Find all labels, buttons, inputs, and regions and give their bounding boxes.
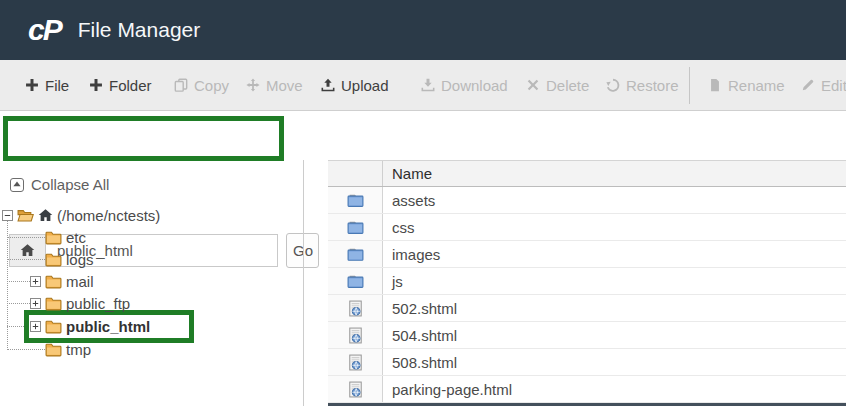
html-file-icon — [347, 300, 364, 317]
plus-icon — [89, 78, 103, 92]
file-name: assets — [392, 187, 435, 213]
restore-button-label: Restore — [626, 77, 679, 94]
path-navigation-bar: Go Home Up One Level Back Forward Reload… — [0, 111, 846, 160]
collapse-all-button[interactable]: Collapse All — [10, 176, 109, 193]
pencil-icon — [801, 78, 815, 92]
table-row-assets[interactable]: assets — [328, 187, 846, 214]
folder-icon — [45, 251, 62, 268]
tree-root-label: (/home/nctests) — [57, 207, 160, 224]
file-name: images — [392, 241, 440, 267]
file-type-cell — [328, 295, 383, 321]
folder-icon — [45, 229, 62, 246]
folder-button[interactable]: Folder — [89, 60, 152, 110]
folder-icon — [45, 318, 62, 335]
blue-folder-icon — [347, 246, 364, 263]
html-file-icon — [347, 327, 364, 344]
file-button[interactable]: File — [25, 60, 69, 110]
tree-connector — [7, 281, 30, 282]
table-row-css[interactable]: css — [328, 214, 846, 241]
file-name: 504.shtml — [392, 322, 457, 348]
file-type-cell — [328, 349, 383, 375]
tree-item-label: etc — [66, 229, 86, 246]
table-row-508[interactable]: 508.shtml — [328, 349, 846, 376]
tree-item-label: public_ftp — [66, 295, 130, 312]
upload-icon — [321, 78, 335, 92]
expand-plus-icon[interactable] — [30, 298, 41, 309]
expand-plus-icon[interactable] — [30, 321, 41, 332]
open-folder-icon — [17, 207, 34, 224]
x-icon — [526, 78, 540, 92]
table-row-js[interactable]: js — [328, 268, 846, 295]
edit-button-label: Edit — [821, 77, 846, 94]
tree-connector — [7, 237, 45, 238]
sidebar-divider — [303, 160, 304, 406]
html-file-icon — [347, 381, 364, 398]
toolbar: File Folder Copy Move Upload Download De… — [0, 60, 846, 111]
file-name: parking-page.html — [392, 376, 512, 402]
file-type-cell — [328, 214, 383, 240]
copy-button-label: Copy — [194, 77, 229, 94]
cpanel-logo: cP — [28, 15, 61, 45]
table-row-502[interactable]: 502.shtml — [328, 295, 846, 322]
plus-icon — [25, 78, 39, 92]
edit-button: Edit — [801, 60, 846, 110]
name-column-header[interactable]: Name — [392, 161, 432, 186]
expand-plus-icon[interactable] — [30, 276, 41, 287]
file-type-cell — [328, 376, 383, 402]
tree-item-label: public_html — [66, 318, 150, 335]
home-icon — [20, 243, 35, 258]
tree-item-tmp[interactable]: tmp — [45, 338, 91, 360]
path-home-addon — [9, 234, 46, 267]
tree-connector — [7, 303, 30, 304]
page-icon — [708, 78, 722, 92]
app-header: cP File Manager — [0, 0, 846, 60]
download-button-label: Download — [441, 77, 508, 94]
delete-button-label: Delete — [546, 77, 589, 94]
folder-button-label: Folder — [109, 77, 152, 94]
file-type-cell — [328, 322, 383, 348]
download-button: Download — [421, 60, 508, 110]
collapse-minus-icon[interactable] — [2, 210, 13, 221]
toolbar-divider — [689, 67, 690, 104]
file-name: css — [392, 214, 415, 240]
home-icon — [38, 208, 53, 223]
tree-item-public-ftp[interactable]: public_ftp — [30, 292, 130, 314]
file-list-header: Name — [328, 160, 846, 187]
rename-button-label: Rename — [728, 77, 785, 94]
html-file-icon — [347, 354, 364, 371]
download-icon — [421, 78, 435, 92]
tree-item-public-html[interactable]: public_html — [30, 315, 150, 337]
move-button: Move — [246, 60, 303, 110]
file-name: 508.shtml — [392, 349, 457, 375]
table-row-parking-page[interactable]: parking-page.html — [328, 376, 846, 403]
file-name: 502.shtml — [392, 295, 457, 321]
collapse-all-label: Collapse All — [31, 176, 109, 193]
file-button-label: File — [45, 77, 69, 94]
copy-icon — [174, 78, 188, 92]
tree-item-logs[interactable]: logs — [45, 248, 94, 270]
blue-folder-icon — [347, 192, 364, 209]
upload-button[interactable]: Upload — [321, 60, 389, 110]
page-title: File Manager — [78, 18, 201, 42]
file-type-cell — [328, 268, 383, 294]
collapse-all-icon — [10, 178, 24, 192]
tree-item-etc[interactable]: etc — [45, 226, 86, 248]
tree-item-label: tmp — [66, 341, 91, 358]
table-row-images[interactable]: images — [328, 241, 846, 268]
move-button-label: Move — [266, 77, 303, 94]
tree-connector — [7, 259, 45, 260]
rename-button: Rename — [708, 60, 785, 110]
move-icon — [246, 78, 260, 92]
file-type-cell — [328, 241, 383, 267]
tree-item-mail[interactable]: mail — [30, 270, 94, 292]
tree-root-home[interactable]: (/home/nctests) — [2, 204, 160, 226]
blue-folder-icon — [347, 219, 364, 236]
restore-icon — [606, 78, 620, 92]
tree-item-label: mail — [66, 273, 94, 290]
blue-folder-icon — [347, 273, 364, 290]
table-row-504[interactable]: 504.shtml — [328, 322, 846, 349]
folder-icon — [45, 341, 62, 358]
restore-button: Restore — [606, 60, 679, 110]
tree-connector — [7, 326, 24, 327]
copy-button: Copy — [174, 60, 229, 110]
